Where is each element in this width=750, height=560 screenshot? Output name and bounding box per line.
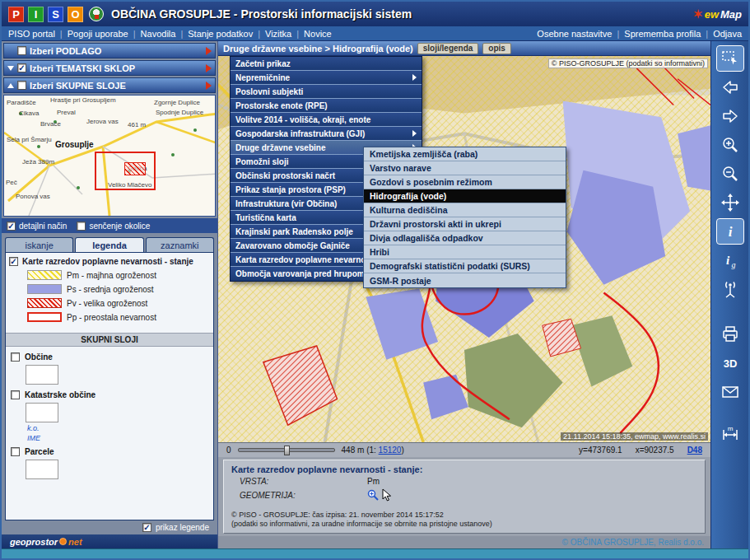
tab-zaznamki[interactable]: zaznamki: [146, 237, 214, 252]
gps-signal-icon[interactable]: [717, 277, 743, 301]
menu-stanje-podatkov[interactable]: Stanje podatkov: [175, 29, 253, 39]
legend-layer-checkbox[interactable]: [9, 257, 18, 266]
pan-icon[interactable]: [717, 190, 743, 215]
section-label-tematski-sklop: Izberi TEMATSKI SKLOP: [30, 63, 135, 73]
select-region-tool[interactable]: [717, 46, 743, 71]
menu-item-label: Občinski prostorski načrt: [235, 171, 335, 180]
menu-piso-portal[interactable]: PISO portal: [8, 29, 55, 39]
menu-osebne-nastavitve[interactable]: Osebne nastavitve: [537, 29, 612, 39]
menu-item-nepremicnine[interactable]: Nepremičnine: [231, 71, 422, 85]
menu-item-label: Infrastruktura (vir Občina): [235, 199, 337, 208]
tematski-sklop-checkbox[interactable]: [17, 63, 26, 72]
section-izberi-skupne-sloje[interactable]: Izberi SKUPNE SLOJE: [3, 77, 216, 93]
submenu-item-gsmr-postaje[interactable]: GSM-R postaje: [364, 273, 566, 287]
sencenje-okolice-checkbox[interactable]: [77, 222, 86, 231]
overview-minimap[interactable]: Paradišče Hrastje pri Grosupljem Zgornje…: [3, 95, 216, 217]
legend-title-row: Karte razredov poplavne nevarnosti - sta…: [6, 253, 213, 268]
submenu-item-kmetijska-zemljisca[interactable]: Kmetijska zemljišča (raba): [364, 147, 566, 161]
menu-vizitka[interactable]: Vizitka: [253, 29, 291, 39]
minimap-place: Ježa 389m: [22, 158, 54, 166]
back-arrow-icon[interactable]: [717, 75, 743, 100]
piso-logo-letter-p: P: [8, 7, 24, 22]
identify-group-tool[interactable]: i g: [717, 248, 743, 273]
menu-odjava[interactable]: Odjava: [701, 29, 742, 39]
druge-drzavne-vsebine-submenu: Kmetijska zemljišča (raba) Varstvo narav…: [363, 147, 566, 288]
info-area: Karte razredov poplavne nevarnosti - sta…: [218, 457, 710, 536]
zoom-out-icon[interactable]: [717, 161, 743, 186]
tab-iskanje[interactable]: iskanje: [5, 237, 73, 252]
parcele-swatch: [26, 460, 58, 479]
podlago-checkbox[interactable]: [17, 46, 26, 55]
parcele-label: Parcele: [25, 447, 54, 456]
menu-item-volitve-2014[interactable]: Volitve 2014 - volišča, okraji, enote: [231, 113, 422, 127]
zoom-in-icon[interactable]: [717, 133, 743, 157]
map-canvas[interactable]: © PISO-GROSUPLJE (podatki so informativn…: [218, 56, 710, 442]
ewmap-brand-suffix: Map: [720, 8, 742, 21]
svg-text:m: m: [727, 425, 733, 432]
identify-results-panel: Karte razredov poplavne nevarnosti - sta…: [223, 460, 706, 534]
submenu-item-divja-odlagalisca[interactable]: Divja odlagališča odpadkov: [364, 231, 566, 245]
legend-layer-title: Karte razredov poplavne nevarnosti - sta…: [22, 257, 193, 266]
print-icon[interactable]: [717, 322, 743, 347]
forward-arrow-icon[interactable]: [717, 104, 743, 128]
tab-legenda[interactable]: legenda: [75, 237, 143, 252]
submenu-item-varstvo-narave[interactable]: Varstvo narave: [364, 161, 566, 175]
map-options-row: detajlni način senčenje okolice: [2, 218, 217, 233]
svg-text:3D: 3D: [723, 357, 737, 370]
mail-icon[interactable]: [717, 380, 743, 404]
layer-obcine: Občine: [6, 348, 213, 386]
minimap-place: 461 m: [128, 121, 146, 128]
identify-tool[interactable]: i: [717, 219, 743, 244]
obcine-checkbox[interactable]: [11, 352, 20, 362]
menu-item-label: Poslovni subjekti: [235, 87, 303, 96]
minimap-place: Peč: [6, 179, 17, 186]
prikaz-legende-checkbox[interactable]: [142, 523, 151, 532]
menu-item-zacetni-prikaz[interactable]: Začetni prikaz: [231, 57, 422, 71]
section-izberi-tematski-sklop[interactable]: Izberi TEMATSKI SKLOP: [3, 60, 216, 76]
menu-item-gji[interactable]: Gospodarska infrastruktura (GJI): [231, 127, 422, 141]
svg-text:i: i: [725, 254, 729, 267]
menu-navodila[interactable]: Navodila: [128, 29, 176, 39]
zoom-slider-handle[interactable]: [284, 446, 290, 455]
scale-link[interactable]: 15120: [379, 446, 402, 455]
menu-item-label: Krajinski park Radensko polje: [235, 227, 353, 236]
datum-link[interactable]: D48: [687, 446, 702, 455]
katastrske-obcine-checkbox[interactable]: [11, 390, 20, 399]
legend-item-pm: Pm - majhna ogroženost: [6, 268, 213, 282]
ps-swatch-icon: [27, 284, 62, 294]
submenu-item-demografski-podatki[interactable]: Demografski statistični podatki (SURS): [364, 259, 566, 273]
section-label-podlago: Izberi PODLAGO: [30, 46, 101, 56]
piso-application-window: P I S O OBČINA GROSUPLJE - Prostorski in…: [0, 0, 750, 560]
menu-item-label: Volitve 2014 - volišča, okraji, enote: [235, 115, 370, 124]
submenu-item-hribi[interactable]: Hribi: [364, 245, 566, 259]
ko-label: k.o.: [27, 424, 208, 434]
measure-icon[interactable]: m: [717, 422, 743, 446]
menu-pogoji-uporabe[interactable]: Pogoji uporabe: [55, 29, 128, 39]
ewmap-star-icon: ✶: [693, 7, 703, 21]
layer-parcele: Parcele: [6, 443, 213, 481]
opis-button[interactable]: opis: [482, 43, 511, 54]
legend-item-pv: Pv - velika ogroženost: [6, 296, 213, 310]
menu-sprememba-profila[interactable]: Sprememba profila: [612, 29, 701, 39]
section-izberi-podlago[interactable]: Izberi PODLAGO: [3, 43, 216, 58]
scalebar-row: 0 448 m (1: 15120) y=473769.1 x=90237.5 …: [218, 442, 710, 457]
submenu-item-gozdovi[interactable]: Gozdovi s posebnim režimom: [364, 175, 566, 189]
coordinates-display: y=473769.1 x=90237.5 D48: [579, 446, 702, 455]
zoom-slider[interactable]: [238, 448, 335, 452]
submenu-arrow-icon: [412, 74, 417, 81]
legend-item-label: Ps - srednja ogroženost: [67, 285, 154, 294]
detajlni-nacin-checkbox[interactable]: [7, 222, 16, 231]
pm-swatch-icon: [27, 270, 62, 280]
skupni-sloji-checkbox[interactable]: [17, 81, 26, 90]
zoom-to-geometry-icon[interactable]: [367, 489, 379, 501]
submenu-item-drzavni-akti[interactable]: Državni prostorski akti in ukrepi: [364, 217, 566, 231]
submenu-item-kulturna-dediscina[interactable]: Kulturna dediščina: [364, 203, 566, 217]
menu-novice[interactable]: Novice: [291, 29, 331, 39]
menu-item-poslovni-subjekti[interactable]: Poslovni subjekti: [231, 85, 422, 99]
parcele-checkbox[interactable]: [11, 447, 20, 456]
sloji-legenda-button[interactable]: sloji/legenda: [417, 43, 479, 54]
submenu-item-hidrografija[interactable]: Hidrografija (vode): [364, 189, 566, 203]
menu-item-label: Turistična karta: [235, 213, 296, 222]
menu-item-prostorske-enote[interactable]: Prostorske enote (RPE): [231, 99, 422, 113]
3d-view-icon[interactable]: 3D: [717, 351, 743, 376]
